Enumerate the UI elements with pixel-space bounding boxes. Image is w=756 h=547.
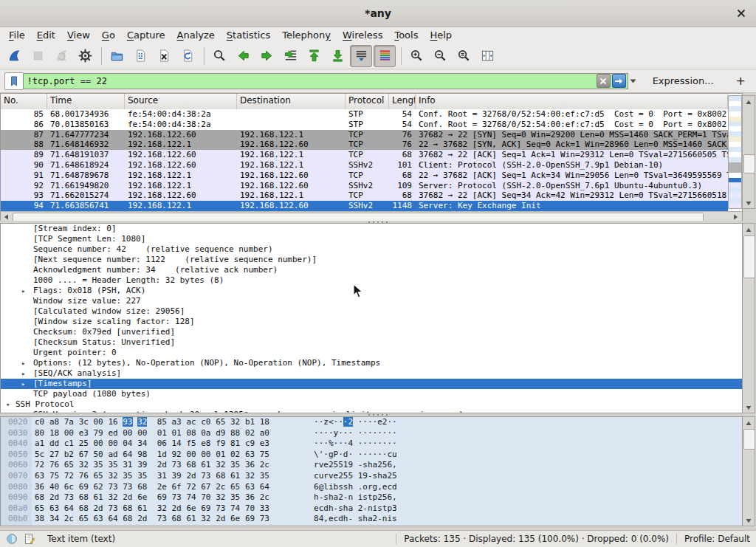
add-filter-button[interactable]: + — [730, 74, 752, 88]
hex-byte[interactable]: 75 — [260, 450, 269, 459]
scroll-up-icon[interactable] — [743, 418, 755, 428]
ascii-char[interactable]: · — [348, 450, 353, 459]
column-header-destination[interactable]: Destination — [237, 94, 346, 109]
column-header-length[interactable]: Length — [389, 94, 416, 109]
hex-byte[interactable]: 36 — [245, 492, 255, 502]
hex-byte[interactable]: ad — [108, 450, 117, 459]
hex-byte[interactable]: e3 — [260, 438, 269, 448]
ascii-char[interactable]: · — [314, 428, 319, 438]
hex-byte[interactable]: 73 — [260, 514, 269, 523]
hex-byte[interactable]: 35 — [108, 460, 117, 469]
hex-byte[interactable]: 69 — [245, 514, 255, 523]
ascii-char[interactable]: 2 — [329, 460, 334, 469]
ascii-char[interactable]: · — [362, 450, 368, 459]
ascii-char[interactable]: p — [387, 503, 392, 513]
hex-row[interactable]: 006072 76 65 32 35 35 31 39 2d 73 68 61 … — [1, 460, 742, 471]
hex-byte[interactable]: 98 — [137, 450, 147, 459]
hex-byte[interactable]: 67 — [201, 482, 210, 492]
hex-byte[interactable]: c1 — [64, 438, 74, 448]
ascii-char[interactable]: · — [387, 438, 392, 448]
ascii-char[interactable]: s — [392, 514, 397, 523]
hex-bytes[interactable]: 5c 27 b2 67 50 ad 64 98 1d 92 00 00 01 0… — [35, 450, 269, 461]
hex-byte[interactable]: 67 — [79, 450, 89, 459]
hex-byte[interactable]: 61 — [201, 460, 210, 469]
hex-byte[interactable]: 92 — [172, 450, 182, 459]
capture-options-icon[interactable] — [74, 45, 96, 67]
collapsed-arrow-icon[interactable]: ▸ — [21, 379, 25, 389]
packet-row[interactable]: 8771.647777234192.168.122.60192.168.122.… — [1, 130, 728, 140]
hex-byte[interactable]: 69 — [157, 492, 167, 502]
hex-byte[interactable]: 2c — [216, 482, 225, 492]
menu-item-tools[interactable]: Tools — [388, 29, 424, 41]
hex-byte[interactable]: 27 — [49, 450, 59, 459]
packet-row[interactable]: 9171.648789678192.168.122.1192.168.122.6… — [1, 171, 728, 181]
ascii-char[interactable]: % — [329, 438, 334, 448]
ascii-char[interactable]: d — [392, 482, 397, 492]
filter-apply-icon[interactable] — [612, 74, 626, 88]
hex-byte[interactable]: 2d — [172, 503, 182, 513]
open-file-icon[interactable] — [106, 45, 128, 67]
scroll-down-icon[interactable] — [743, 198, 755, 208]
bookmark-icon[interactable] — [4, 72, 23, 90]
hex-byte[interactable]: 73 — [216, 503, 225, 513]
ascii-char[interactable]: g — [329, 450, 334, 459]
ascii-char[interactable]: · — [329, 428, 334, 438]
ascii-char[interactable]: s — [338, 482, 343, 492]
hex-byte[interactable]: 32 — [201, 514, 210, 523]
ascii-char[interactable]: · — [323, 450, 329, 459]
hex-byte[interactable]: 01 — [216, 450, 225, 459]
ascii-char[interactable]: s — [362, 460, 368, 469]
hex-byte[interactable]: b2 — [64, 450, 74, 459]
ascii-char[interactable]: · — [377, 428, 382, 438]
ascii-char[interactable]: 6 — [387, 460, 392, 469]
hex-byte[interactable]: 73 — [201, 471, 210, 481]
ascii-char[interactable]: h — [329, 503, 334, 513]
detail-line[interactable]: ▸[Timestamps] — [1, 379, 742, 389]
hex-byte[interactable]: 00 — [94, 417, 103, 427]
hex-row[interactable]: 009068 2d 73 68 61 32 2d 6e 69 73 74 70 … — [1, 492, 742, 503]
hex-byte[interactable]: 18 — [49, 428, 59, 438]
ascii-char[interactable]: · — [368, 438, 373, 448]
ascii-char[interactable]: c — [387, 450, 392, 459]
hex-byte[interactable]: d9 — [216, 428, 225, 438]
ascii-char[interactable]: \ — [314, 450, 319, 459]
hex-byte[interactable]: 76 — [49, 460, 59, 469]
ascii-char[interactable]: · — [368, 428, 373, 438]
hex-byte[interactable]: 65 — [94, 471, 103, 481]
hex-byte[interactable]: 18 — [260, 417, 269, 427]
go-to-top-icon[interactable] — [303, 45, 325, 67]
hex-byte[interactable]: 64 — [64, 503, 74, 513]
vertical-scroll-thumb[interactable] — [743, 429, 755, 450]
hex-byte[interactable]: 35 — [230, 460, 240, 469]
hex-byte[interactable]: 64 — [123, 450, 132, 459]
hex-byte[interactable]: 06 — [157, 438, 167, 448]
hex-row[interactable]: 00a065 63 64 68 2d 73 68 61 32 2d 6e 69 … — [1, 503, 742, 515]
hex-bytes[interactable]: 72 76 65 32 35 35 31 39 2d 73 68 61 32 3… — [35, 460, 269, 471]
hex-ascii[interactable]: \'·gP·d· ······cu — [314, 450, 397, 461]
hex-byte[interactable]: 32 — [79, 460, 89, 469]
ascii-char[interactable]: s — [323, 492, 329, 502]
detail-line[interactable]: Checksum: 0x79ed [unverified] — [1, 327, 742, 337]
hex-byte[interactable]: 64 — [260, 482, 269, 492]
filter-history-dropdown-icon[interactable] — [628, 73, 638, 89]
hex-byte[interactable]: 69 — [201, 503, 210, 513]
column-header-info[interactable]: Info — [416, 94, 728, 109]
hex-byte[interactable]: 72 — [186, 482, 196, 492]
detail-line[interactable]: 1000 .... = Header Length: 32 bytes (8) — [1, 275, 742, 286]
hex-byte[interactable]: 65 — [79, 514, 89, 523]
hex-byte[interactable]: 31 — [157, 471, 167, 481]
hex-byte[interactable]: 32 — [216, 492, 225, 502]
hex-byte[interactable]: 33 — [260, 503, 269, 513]
hex-byte[interactable]: 32 — [108, 471, 117, 481]
hex-byte[interactable]: 68 — [172, 514, 182, 523]
hex-byte[interactable]: 2d — [186, 471, 196, 481]
hex-byte[interactable]: 88 — [230, 428, 240, 438]
packet-row[interactable]: 9371.662015274192.168.122.60192.168.122.… — [1, 190, 728, 201]
hex-row[interactable]: 008036 40 6c 69 62 73 73 68 2e 6f 72 67 … — [1, 482, 742, 493]
hex-byte[interactable]: 36 — [35, 482, 44, 492]
ascii-char[interactable]: · — [362, 438, 368, 448]
hex-byte[interactable]: 2d — [137, 514, 147, 523]
hex-byte[interactable]: c9 — [245, 438, 255, 448]
ascii-char[interactable]: · — [338, 438, 343, 448]
packet-row[interactable]: 9471.663856741192.168.122.1192.168.122.6… — [1, 201, 728, 211]
